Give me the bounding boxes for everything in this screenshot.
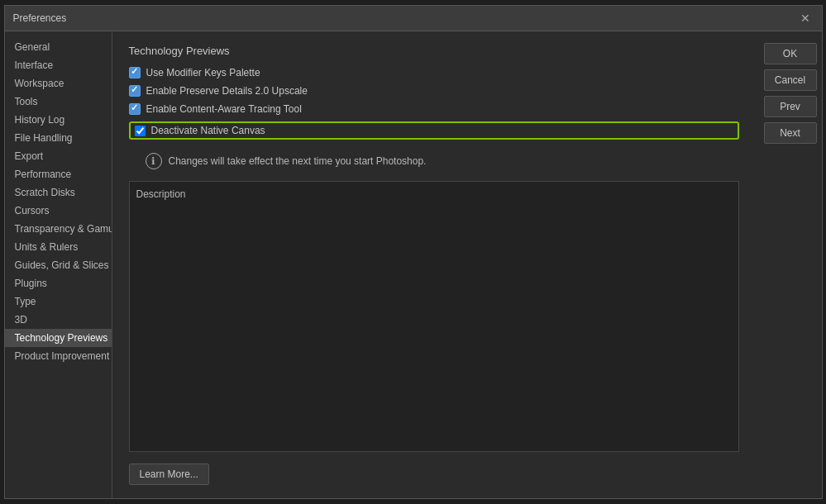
ok-button[interactable]: OK: [764, 43, 817, 64]
checkbox-2[interactable]: [129, 103, 141, 115]
prev-button[interactable]: Prev: [764, 96, 817, 117]
dialog-title: Preferences: [13, 12, 67, 24]
content-area: Technology Previews Use Modifier Keys Pa…: [112, 31, 822, 498]
right-buttons: OK Cancel Prev Next: [756, 31, 822, 498]
sidebar-item-performance[interactable]: Performance: [5, 165, 112, 183]
sidebar-item-plugins[interactable]: Plugins: [5, 274, 112, 292]
sidebar-item-transparency--gamut[interactable]: Transparency & Gamut: [5, 220, 112, 238]
sidebar-item-units--rulers[interactable]: Units & Rulers: [5, 238, 112, 256]
sidebar-item-type[interactable]: Type: [5, 292, 112, 311]
description-label: Description: [136, 188, 732, 200]
sidebar: GeneralInterfaceWorkspaceToolsHistory Lo…: [5, 31, 112, 498]
info-row: ℹ Changes will take effect the next time…: [146, 153, 739, 169]
sidebar-item-history-log[interactable]: History Log: [5, 111, 112, 129]
close-button[interactable]: ✕: [797, 11, 814, 26]
preferences-dialog: Preferences ✕ GeneralInterfaceWorkspaceT…: [4, 5, 823, 499]
checkbox-row-2: Enable Content-Aware Tracing Tool: [129, 103, 739, 115]
sidebar-item-product-improvement[interactable]: Product Improvement: [5, 347, 112, 365]
checkbox-label-0[interactable]: Use Modifier Keys Palette: [146, 67, 260, 78]
info-icon: ℹ: [146, 153, 162, 169]
checkbox-1[interactable]: [129, 85, 141, 97]
sidebar-item-cursors[interactable]: Cursors: [5, 202, 112, 220]
section-title: Technology Previews: [129, 45, 739, 57]
sidebar-item-3d[interactable]: 3D: [5, 311, 112, 329]
sidebar-item-workspace[interactable]: Workspace: [5, 74, 112, 93]
learn-more-button[interactable]: Learn More...: [129, 464, 209, 485]
checkbox-0[interactable]: [129, 67, 141, 78]
sidebar-item-export[interactable]: Export: [5, 147, 112, 165]
checkbox-label-2[interactable]: Enable Content-Aware Tracing Tool: [146, 103, 302, 115]
sidebar-item-scratch-disks[interactable]: Scratch Disks: [5, 183, 112, 202]
sidebar-item-general[interactable]: General: [5, 38, 112, 56]
description-box: Description: [129, 181, 739, 452]
cancel-button[interactable]: Cancel: [764, 69, 817, 91]
title-bar: Preferences ✕: [5, 6, 822, 31]
dialog-body: GeneralInterfaceWorkspaceToolsHistory Lo…: [5, 31, 822, 498]
main-content: Technology Previews Use Modifier Keys Pa…: [112, 31, 756, 498]
sidebar-item-technology-previews[interactable]: Technology Previews: [5, 329, 112, 347]
info-text: Changes will take effect the next time y…: [169, 155, 427, 167]
next-button[interactable]: Next: [764, 122, 817, 144]
sidebar-item-guides-grid--slices[interactable]: Guides, Grid & Slices: [5, 256, 112, 274]
sidebar-item-file-handling[interactable]: File Handling: [5, 129, 112, 147]
sidebar-item-interface[interactable]: Interface: [5, 56, 112, 74]
deactivate-native-canvas-label[interactable]: Deactivate Native Canvas: [151, 125, 265, 136]
checkbox-row-1: Enable Preserve Details 2.0 Upscale: [129, 85, 739, 97]
checkbox-label-1[interactable]: Enable Preserve Details 2.0 Upscale: [146, 85, 308, 97]
highlighted-checkbox-row: Deactivate Native Canvas: [129, 121, 739, 140]
deactivate-native-canvas-checkbox[interactable]: [135, 126, 146, 136]
checkbox-row-0: Use Modifier Keys Palette: [129, 67, 739, 78]
sidebar-item-tools[interactable]: Tools: [5, 93, 112, 111]
